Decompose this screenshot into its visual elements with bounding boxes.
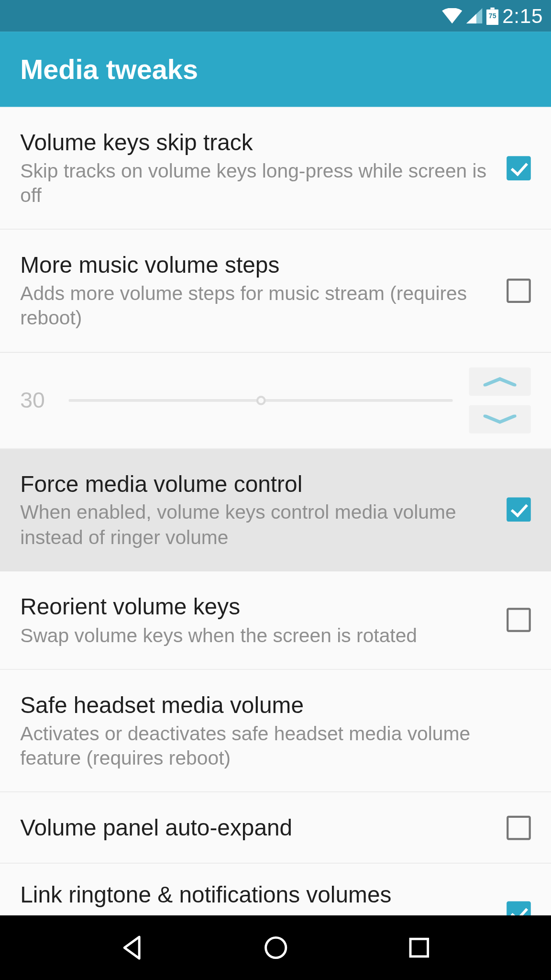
setting-volume-keys-skip-track[interactable]: Volume keys skip track Skip tracks on vo… (0, 107, 551, 230)
nav-recents-button[interactable] (405, 934, 432, 961)
status-bar: 75 2:15 (0, 0, 551, 32)
home-icon (262, 934, 289, 961)
setting-title: Force media volume control (20, 470, 493, 498)
battery-icon: 75 (486, 7, 498, 25)
setting-subtitle: Swap volume keys when the screen is rota… (20, 623, 493, 647)
setting-title: Reorient volume keys (20, 593, 493, 620)
checkbox-more-music-volume-steps[interactable] (507, 278, 531, 303)
chevron-down-icon (483, 414, 517, 424)
stepper-value: 30 (20, 388, 53, 413)
setting-volume-panel-auto-expand[interactable]: Volume panel auto-expand (0, 792, 551, 864)
svg-rect-0 (490, 7, 494, 9)
battery-level-text: 75 (488, 11, 496, 19)
svg-rect-3 (410, 939, 428, 957)
setting-music-volume-steps-value: 30 (0, 352, 551, 448)
checkbox-volume-keys-skip-track[interactable] (507, 156, 531, 180)
nav-back-button[interactable] (119, 934, 145, 961)
setting-subtitle: Adds more volume steps for music stream … (20, 281, 493, 330)
setting-safe-headset-media-volume[interactable]: Safe headset media volume Activates or d… (0, 669, 551, 792)
setting-reorient-volume-keys[interactable]: Reorient volume keys Swap volume keys wh… (0, 571, 551, 669)
wifi-icon (442, 8, 462, 23)
stepper-arrows (469, 367, 530, 433)
setting-texts: Volume panel auto-expand (20, 814, 507, 841)
stepper-increase-button[interactable] (469, 367, 530, 395)
setting-subtitle: Skip tracks on volume keys long-press wh… (20, 159, 493, 208)
setting-subtitle: When disabled, volumes for ringtone and (20, 911, 493, 915)
status-time: 2:15 (502, 4, 543, 27)
screen: 75 2:15 Media tweaks Volume keys skip tr… (0, 0, 551, 980)
checkbox-reorient-volume-keys[interactable] (507, 608, 531, 633)
setting-texts: Force media volume control When enabled,… (20, 470, 507, 549)
navigation-bar (0, 915, 551, 980)
setting-texts: Safe headset media volume Activates or d… (20, 691, 531, 770)
setting-force-media-volume-control[interactable]: Force media volume control When enabled,… (0, 449, 551, 571)
setting-more-music-volume-steps[interactable]: More music volume steps Adds more volume… (0, 230, 551, 352)
checkbox-link-ringtone-notifications-volumes[interactable] (507, 901, 531, 915)
setting-texts: More music volume steps Adds more volume… (20, 251, 507, 330)
cellular-signal-icon (466, 8, 482, 23)
setting-title: Volume panel auto-expand (20, 814, 493, 841)
setting-title: Safe headset media volume (20, 691, 517, 718)
app-bar: Media tweaks (0, 32, 551, 107)
setting-subtitle: Activates or deactivates safe headset me… (20, 722, 517, 770)
stepper-slider[interactable] (68, 399, 452, 402)
checkbox-volume-panel-auto-expand[interactable] (507, 815, 531, 840)
checkbox-force-media-volume-control[interactable] (507, 498, 531, 522)
back-icon (119, 934, 145, 961)
setting-title: More music volume steps (20, 251, 493, 278)
setting-texts: Reorient volume keys Swap volume keys wh… (20, 593, 507, 647)
setting-title: Link ringtone & notifications volumes (20, 881, 493, 908)
setting-subtitle: When enabled, volume keys control media … (20, 501, 493, 549)
recent-apps-icon (405, 934, 432, 961)
settings-list[interactable]: Volume keys skip track Skip tracks on vo… (0, 107, 551, 915)
slider-thumb-icon[interactable] (256, 396, 265, 405)
stepper-decrease-button[interactable] (469, 405, 530, 433)
setting-title: Volume keys skip track (20, 129, 493, 156)
page-title: Media tweaks (20, 54, 198, 85)
setting-link-ringtone-notifications-volumes[interactable]: Link ringtone & notifications volumes Wh… (0, 864, 551, 915)
svg-point-2 (265, 937, 286, 958)
setting-texts: Volume keys skip track Skip tracks on vo… (20, 129, 507, 208)
chevron-up-icon (483, 377, 517, 386)
nav-home-button[interactable] (262, 934, 289, 961)
setting-texts: Link ringtone & notifications volumes Wh… (20, 881, 507, 915)
